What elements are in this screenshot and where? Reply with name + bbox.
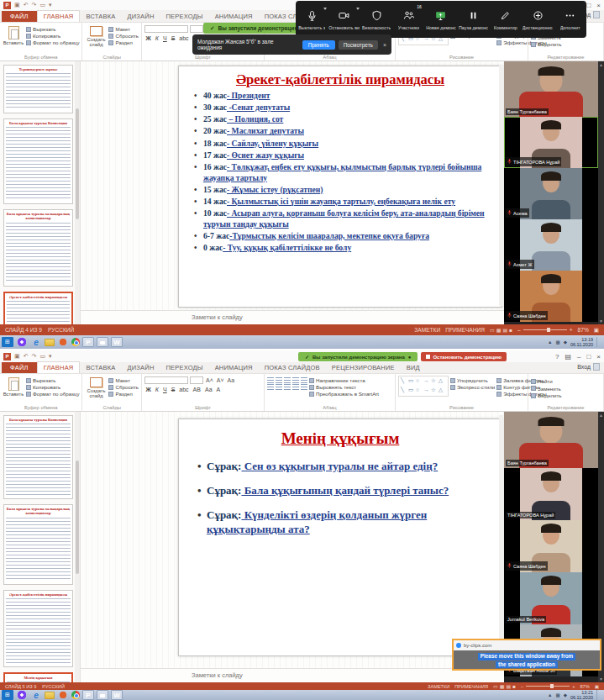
shape-rect-icon[interactable]: ▭	[408, 377, 416, 387]
ribbon-button-копировать[interactable]: Копировать	[26, 33, 79, 39]
ribbon-button-копировать[interactable]: Копировать	[26, 384, 79, 390]
ribbon-options-button[interactable]: ▤	[565, 353, 571, 361]
show-desktop-button[interactable]	[596, 690, 600, 700]
taskbar-ie-icon[interactable]: e	[30, 337, 42, 347]
canvas-scrollbar[interactable]	[499, 415, 503, 664]
tray-volume-icon[interactable]: ◆	[564, 339, 567, 345]
taskbar-folder-icon[interactable]	[45, 692, 55, 699]
tray-up-icon[interactable]: ▲	[548, 692, 552, 697]
zoom-toolbar-pause-button[interactable]: Пауза демонс	[457, 1, 489, 38]
font-size-combobox[interactable]	[190, 376, 203, 384]
ribbon-button-формат-по-образцу[interactable]: Формат по образцу	[26, 39, 79, 45]
shape-star-icon[interactable]: ☆	[431, 387, 439, 396]
sign-in[interactable]: Вход	[577, 363, 600, 371]
taskbar-start-icon[interactable]: ⊞	[2, 337, 13, 347]
tray-volume-icon[interactable]: ◆	[564, 692, 567, 697]
slide-thumbnail[interactable]: Әрекет-қабілеттілік пирамидасы	[3, 590, 73, 667]
fit-slide-icon[interactable]: ▣	[594, 327, 599, 334]
taskbar-clock[interactable]: 13:1906.11.2020	[570, 337, 593, 347]
font-size-button[interactable]: A˄	[205, 377, 214, 383]
notes-toggle[interactable]: ЗАМЕТКИ	[414, 327, 440, 333]
close-button[interactable]: ×	[596, 353, 601, 361]
ribbon-button-раздел[interactable]: Раздел	[108, 391, 139, 397]
ribbon-button-сбросить[interactable]: Сбросить	[108, 33, 139, 39]
font-size-combobox[interactable]	[190, 25, 203, 33]
show-desktop-button[interactable]	[596, 337, 600, 347]
slide-title[interactable]: Менің құқығым	[187, 429, 493, 448]
ribbon-tab-файл[interactable]: ФАЙЛ	[2, 362, 37, 373]
font-style-0[interactable]: Ж	[144, 35, 152, 41]
undo-icon[interactable]: ↶	[24, 2, 29, 8]
sidebar-scrollbar[interactable]	[75, 412, 80, 682]
slide-title[interactable]: Әрекет-қабілеттілік пирамидасы	[187, 71, 493, 88]
ribbon-tab-анимация[interactable]: АНИМАЦИЯ	[209, 11, 259, 22]
taskbar-media-icon[interactable]	[57, 337, 69, 347]
ribbon-tab-дизайн[interactable]: ДИЗАЙН	[122, 362, 160, 373]
slide-bullet[interactable]: 10 жас- Асырап алуға, қорғаныш болуға ке…	[192, 208, 493, 229]
zoom-toolbar-cam-button[interactable]: Остановить ви	[328, 1, 360, 38]
slideshow-icon[interactable]: ▭	[39, 353, 45, 360]
slide-bullet[interactable]: 18 жас- Сайлау, үйлену құқығы	[192, 139, 493, 150]
qat-dropdown-icon[interactable]: ▾	[49, 2, 52, 8]
taskbar-chrome-icon[interactable]	[71, 338, 80, 346]
shape-tri-icon[interactable]: △	[439, 387, 446, 396]
zoom-toolbar-ppl-button[interactable]: 16Участники	[392, 1, 424, 38]
zoom-slider[interactable]: –+	[517, 327, 573, 333]
slide-bullet[interactable]: Сұрақ: Сен өз құқығың туралы не айтар ед…	[196, 460, 493, 474]
language-indicator[interactable]: РУССКИЙ	[48, 327, 74, 333]
ribbon-tab-показ слайдов[interactable]: ПОКАЗ СЛАЙДОВ	[259, 362, 326, 373]
shape-line-icon[interactable]: ╲	[401, 377, 408, 387]
paragraph-icon[interactable]	[301, 377, 307, 383]
close-button[interactable]: ×	[596, 2, 601, 9]
participant-video[interactable]: Баян Турганбаева	[504, 61, 598, 117]
font-style-6[interactable]: Аа	[203, 387, 213, 392]
slide-thumbnail[interactable]: Бала құқығы туралы халықаралық конвенция…	[3, 504, 73, 585]
slide-bullet[interactable]: 17 жас- Өсиет жазу құқығы	[192, 150, 493, 161]
ribbon-tab-переходы[interactable]: ПЕРЕХОДЫ	[160, 362, 209, 373]
participant-video[interactable]: ТІНГАТОРОВА Нұрай	[504, 468, 598, 520]
zoom-toolbar-mic-button[interactable]: Выключить з	[296, 1, 328, 38]
paste-button[interactable]: Вставить	[3, 24, 24, 45]
view-buttons[interactable]: ▭ ▦ ▤ ■	[493, 683, 516, 689]
shape-tri-icon[interactable]: △	[439, 377, 446, 387]
shape-arrow-icon[interactable]: →	[423, 387, 431, 396]
save-icon[interactable]: ▣	[14, 2, 20, 8]
new-slide-button[interactable]: Создать слайд	[85, 376, 107, 399]
tray-network-icon[interactable]: ▦	[555, 339, 559, 345]
help-button[interactable]: ?	[555, 353, 559, 361]
paragraph-icon[interactable]	[267, 384, 274, 390]
font-style-2[interactable]: Ч	[161, 35, 168, 41]
restore-button[interactable]: □	[586, 2, 591, 9]
ribbon-button-макет[interactable]: Макет	[108, 26, 139, 32]
redo-icon[interactable]: ↷	[32, 2, 37, 8]
taskbar-media-icon[interactable]	[57, 690, 69, 700]
ribbon-button-направление-текста[interactable]: Направление текста	[309, 377, 379, 383]
scroll-down-icon[interactable]: ▼	[598, 318, 604, 324]
taskbar-start-icon[interactable]: ⊞	[2, 690, 13, 700]
slide-bullets[interactable]: Сұрақ: Сен өз құқығың туралы не айтар ед…	[187, 460, 493, 537]
participant-video[interactable]: Jumakul Berikova	[504, 572, 598, 624]
slide-bullet[interactable]: 15 жас- Жұмыс істеу (рұқсатпен)	[192, 185, 493, 196]
shape-rect-icon[interactable]: ▭	[408, 387, 416, 396]
ribbon-tab-главная[interactable]: ГЛАВНАЯ	[37, 361, 81, 373]
video-panel-scrollbar[interactable]: ▲▼	[598, 61, 604, 324]
slide-bullet[interactable]: 25 жас – Полиция, сот	[192, 114, 493, 125]
slide-canvas[interactable]: Менің құқығым Сұрақ: Сен өз құқығың тура…	[178, 418, 502, 656]
paragraph-icon[interactable]	[276, 377, 282, 383]
ribbon-tab-дизайн[interactable]: ДИЗАЙН	[122, 11, 160, 22]
notes-toggle[interactable]: ЗАМЕТКИ	[428, 684, 449, 689]
zoom-toolbar-share-button[interactable]: Новая демонс	[425, 1, 457, 38]
slide-bullet[interactable]: 0 жас- Туу, құқық қабілеттілікке не болу	[192, 243, 493, 254]
slide-thumbnail[interactable]: Терминдермен жұмыс	[3, 65, 73, 113]
ribbon-button-преобразовать-в-smartart[interactable]: Преобразовать в SmartArt	[309, 391, 379, 397]
taskbar-powerpoint-icon[interactable]: P	[82, 337, 94, 347]
font-style-1[interactable]: К	[154, 35, 160, 41]
participant-video[interactable]: Саяна Шабден	[504, 520, 598, 572]
taskbar-powerpoint-icon[interactable]: P	[82, 690, 94, 700]
ribbon-button-формат-по-образцу[interactable]: Формат по образцу	[26, 391, 79, 397]
comments-toggle[interactable]: ПРИМЕЧАНИЯ	[445, 327, 485, 333]
font-style-4[interactable]: abc	[178, 35, 190, 41]
shape-arrow-icon[interactable]: →	[423, 377, 431, 387]
slide-canvas[interactable]: Әрекет-қабілеттілік пирамидасы 40 жас- П…	[178, 66, 502, 308]
slide-thumbnail[interactable]: Менің құқығым	[3, 672, 73, 682]
